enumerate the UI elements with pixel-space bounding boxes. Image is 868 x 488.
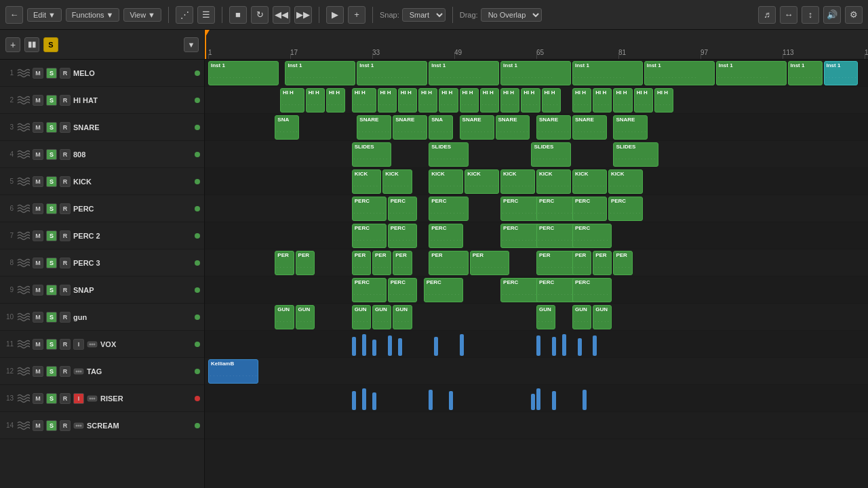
clip-block[interactable]: GUN· · · · · · · · · · · · · · · · [275,305,294,329]
mute-button[interactable]: M [33,339,43,350]
clip-block[interactable]: PERC· · · · · · · · · · · · · · · · [388,278,417,302]
audio-bar[interactable] [352,391,356,410]
mute-button[interactable]: M [33,285,43,296]
volume-button[interactable]: 🔊 [823,6,841,24]
solo-button[interactable]: S [46,339,57,350]
clip-block[interactable]: HI H· · · · · · · · · · · · · · · · [572,88,591,113]
clip-block[interactable]: PERC· · · · · · · · · · · · · · · · [388,197,417,221]
clip-block[interactable]: Inst 1· · · · · · · · · · · · · · · · [824,61,859,85]
clip-block[interactable]: HI H· · · · · · · · · · · · · · · · [398,88,417,113]
clip-block[interactable]: SNARE· · · · · · · · · · · · · · · · [496,115,530,140]
list-view-button[interactable]: ☰ [197,6,215,24]
clip-block[interactable]: HI H· · · · · · · · · · · · · · · · [306,88,325,113]
record-button[interactable]: R [60,68,71,79]
track-lane-3[interactable]: SNA· · · · · · · · · · · · · · · ·SNARE·… [205,114,868,141]
audio-bar[interactable] [362,334,366,356]
track-lane-13[interactable] [205,385,868,412]
track-lane-6[interactable]: PERC· · · · · · · · · · · · · · · ·PERC·… [205,195,868,222]
clip-block[interactable]: HI H· · · · · · · · · · · · · · · · [439,88,458,113]
clip-block[interactable]: SNARE· · · · · · · · · · · · · · · · [536,115,571,140]
clip-block[interactable]: PER· · · · · · · · · · · · · · · · [613,251,632,275]
clip-block[interactable]: PERC· · · · · · · · · · · · · · · · [388,224,417,248]
audio-bar[interactable] [552,391,556,410]
clip-block[interactable]: SLIDES· · · · · · · · · · · · · · · · [429,142,469,167]
solo-button[interactable]: S [46,230,57,241]
clip-block[interactable]: Inst 1· · · · · · · · · · · · · · · · [572,61,643,85]
clip-block[interactable]: SNA· · · · · · · · · · · · · · · · [275,115,299,140]
clip-block[interactable]: PERC· · · · · · · · · · · · · · · · [572,197,607,221]
clip-block[interactable]: HI H· · · · · · · · · · · · · · · · [352,88,376,113]
s-button[interactable]: S [43,37,58,52]
clip-block[interactable]: SNARE· · · · · · · · · · · · · · · · [572,115,607,140]
audio-bar[interactable] [398,338,402,356]
clip-block[interactable]: KICK· · · · · · · · · · · · · · · · [429,169,463,194]
clip-block[interactable]: SLIDES· · · · · · · · · · · · · · · · [613,142,658,167]
clip-block[interactable]: GUN· · · · · · · · · · · · · · · · [393,305,412,329]
clip-block[interactable]: PER· · · · · · · · · · · · · · · · [593,251,612,275]
clip-block[interactable]: Inst 1· · · · · · · · · · · · · · · · [716,61,787,85]
record-button[interactable]: R [60,203,71,214]
functions-menu[interactable]: Functions ▼ [66,8,120,22]
track-lane-5[interactable]: KICK· · · · · · · · · · · · · · · ·KICK·… [205,168,868,195]
input-button[interactable]: I [73,393,84,404]
pattern-button[interactable]: ▮▮ [24,37,39,52]
forward-button[interactable]: ▶▶ [294,6,312,24]
mute-button[interactable]: M [33,95,43,106]
clip-block[interactable]: PERC· · · · · · · · · · · · · · · · [500,224,540,248]
clip-block[interactable]: PERC· · · · · · · · · · · · · · · · [536,278,576,302]
audio-bar[interactable] [362,388,366,410]
clip-block[interactable]: HI H· · · · · · · · · · · · · · · · [521,88,540,113]
clip-block[interactable]: HI H· · · · · · · · · · · · · · · · [654,88,673,113]
add-track-button[interactable]: + [5,37,20,52]
audio-bar[interactable] [536,336,540,356]
track-lane-12[interactable]: KelliamB· · · · · · · · · · · · · · · · [205,358,868,385]
clip-block[interactable]: PER· · · · · · · · · · · · · · · · [275,251,294,275]
clip-block[interactable]: GUN· · · · · · · · · · · · · · · · [352,305,371,329]
track-lane-10[interactable]: GUN· · · · · · · · · · · · · · · ·GUN· ·… [205,304,868,331]
mute-button[interactable]: M [33,149,43,160]
snap-button[interactable]: ■ [229,6,247,24]
record-button[interactable]: R [60,420,71,431]
audio-bar[interactable] [388,336,392,356]
settings-button[interactable]: ⚙ [845,6,863,24]
solo-button[interactable]: S [46,420,57,431]
clip-block[interactable]: PERC· · · · · · · · · · · · · · · · [352,197,387,221]
mute-button[interactable]: M [33,258,43,268]
drag-select[interactable]: No Overlap Overlap [481,8,542,22]
mute-button[interactable]: M [33,122,43,133]
zoom-h-button[interactable]: ↔ [780,6,797,24]
clip-block[interactable]: KICK· · · · · · · · · · · · · · · · [352,169,381,194]
clip-block[interactable]: Inst 1· · · · · · · · · · · · · · · · [500,61,571,85]
clip-block[interactable]: HI H· · · · · · · · · · · · · · · · [542,88,561,113]
audio-bar[interactable] [429,390,433,410]
clip-block[interactable]: PERC· · · · · · · · · · · · · · · · [608,197,643,221]
clip-block[interactable]: PERC· · · · · · · · · · · · · · · · [424,278,464,302]
input-button[interactable]: I [73,339,84,350]
track-lane-8[interactable]: PER· · · · · · · · · · · · · · · ·PER· ·… [205,249,868,277]
clip-block[interactable]: PERC· · · · · · · · · · · · · · · · [572,224,612,248]
cursor-tool[interactable]: ▶ [326,6,344,24]
add-tool[interactable]: + [348,6,366,24]
clip-block[interactable]: HI H· · · · · · · · · · · · · · · · [418,88,437,113]
clip-block[interactable]: KICK· · · · · · · · · · · · · · · · [536,169,571,194]
clip-block[interactable]: Inst 1· · · · · · · · · · · · · · · · [208,61,279,85]
clip-block[interactable]: PERC· · · · · · · · · · · · · · · · [429,197,469,221]
clip-block[interactable]: PER· · · · · · · · · · · · · · · · [572,251,591,275]
mute-button[interactable]: M [33,366,43,377]
clip-block[interactable]: PERC· · · · · · · · · · · · · · · · [572,278,612,302]
zoom-v-button[interactable]: ↕ [802,6,819,24]
clip-block[interactable]: SNA· · · · · · · · · · · · · · · · [429,115,453,140]
solo-button[interactable]: S [46,95,57,106]
record-button[interactable]: R [60,176,71,187]
clip-block[interactable]: PERC· · · · · · · · · · · · · · · · [500,197,540,221]
solo-button[interactable]: S [46,393,57,404]
audio-bar[interactable] [460,334,464,356]
mute-button[interactable]: M [33,312,43,323]
track-lane-7[interactable]: PERC· · · · · · · · · · · · · · · ·PERC·… [205,222,868,249]
track-lane-9[interactable]: PERC· · · · · · · · · · · · · · · ·PERC·… [205,277,868,304]
record-button[interactable]: R [60,339,71,350]
back-button[interactable]: ← [5,6,23,24]
solo-button[interactable]: S [46,149,57,160]
audio-bar[interactable] [531,394,535,410]
clip-block[interactable]: PER· · · · · · · · · · · · · · · · [352,251,371,275]
